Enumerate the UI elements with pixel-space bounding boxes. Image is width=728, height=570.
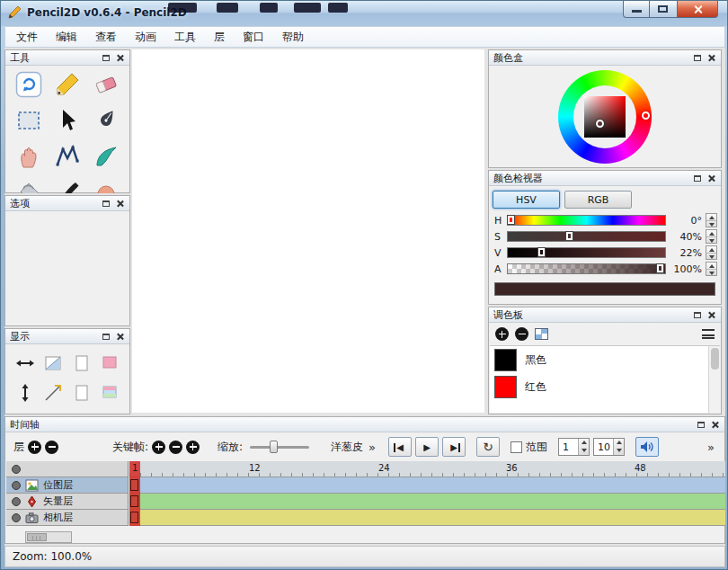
palette-titlebar[interactable]: 调色板 (489, 307, 721, 323)
tools-panel-titlebar[interactable]: 工具 (5, 50, 129, 66)
options-panel-titlebar[interactable]: 选项 (5, 196, 129, 211)
float-button[interactable] (100, 198, 112, 209)
eyedropper-tool-button[interactable] (92, 178, 120, 193)
select-tool-button[interactable] (14, 106, 43, 135)
range-start-spinner[interactable]: 1 (558, 438, 590, 456)
float-button[interactable] (100, 52, 112, 64)
spin-down-icon[interactable] (579, 447, 589, 455)
eraser-tool-button[interactable] (92, 70, 120, 99)
color-box-titlebar[interactable]: 颜色盒 (489, 50, 721, 66)
menu-layer[interactable]: 层 (205, 27, 234, 48)
display-panel-titlebar[interactable]: 显示 (5, 329, 129, 344)
add-layer-button[interactable] (28, 441, 41, 454)
keyframe-marker[interactable] (130, 512, 138, 523)
float-button[interactable] (100, 331, 112, 343)
sv-marker[interactable] (596, 120, 604, 128)
visibility-dot-icon[interactable] (12, 481, 21, 490)
title-bar[interactable]: Pencil2D v0.6.4 - Pencil2D (1, 1, 727, 26)
close-panel-button[interactable] (114, 198, 127, 209)
prev-frame-button[interactable]: ◀ (388, 437, 412, 457)
play-button[interactable]: ▶ (415, 437, 439, 457)
spin-down-icon[interactable] (706, 253, 716, 260)
visibility-dot-icon[interactable] (12, 497, 21, 506)
move-tool-button[interactable] (53, 106, 82, 135)
keyframe-marker[interactable] (130, 495, 138, 507)
swatch-grid-icon[interactable] (535, 328, 548, 340)
list-item[interactable]: 黑色 (490, 346, 720, 373)
sound-toggle-button[interactable] (635, 437, 659, 457)
float-button[interactable] (695, 419, 707, 431)
blank-layer-button[interactable] (71, 352, 93, 374)
menu-file[interactable]: 文件 (7, 27, 47, 48)
minimize-button[interactable] (623, 1, 650, 18)
color-wheel[interactable] (558, 70, 652, 164)
value-slider-handle[interactable] (538, 248, 545, 256)
range-end-spinner[interactable]: 10 (593, 438, 625, 456)
close-button[interactable] (677, 1, 718, 18)
hue-marker[interactable] (642, 111, 650, 120)
list-item[interactable]: 红色 (490, 373, 720, 400)
spin-up-icon[interactable] (614, 439, 624, 447)
multicolor-layer-button[interactable] (99, 382, 120, 404)
hand-tool-button[interactable] (14, 142, 43, 171)
pencil-tool-button[interactable] (53, 70, 82, 99)
palette-scrollbar[interactable] (708, 346, 720, 413)
smudge-tool-button[interactable] (92, 142, 120, 171)
onion-expand-chevron[interactable]: » (367, 441, 377, 454)
spin-down-icon[interactable] (614, 447, 624, 455)
add-keyframe-button[interactable] (152, 441, 165, 454)
spin-down-icon[interactable] (706, 220, 716, 227)
hue-slider[interactable] (507, 215, 666, 226)
remove-color-button[interactable] (515, 327, 528, 341)
flip-vertical-button[interactable] (14, 382, 36, 404)
next-frame-button[interactable]: ▶ (442, 437, 466, 457)
keyframe-marker[interactable] (130, 479, 138, 491)
hue-slider-handle[interactable] (508, 216, 514, 224)
close-panel-button[interactable] (706, 52, 718, 64)
layer-row-camera[interactable]: 相机层 (6, 510, 128, 526)
spin-down-icon[interactable] (706, 236, 716, 244)
color-inspector-titlebar[interactable]: 颜色检视器 (489, 171, 721, 186)
timeline-horizontal-scrollbar[interactable] (25, 531, 72, 543)
canvas[interactable] (132, 49, 484, 413)
scrollbar-thumb[interactable] (711, 348, 719, 370)
outline-diagonal-button[interactable] (42, 382, 64, 404)
tab-hsv[interactable]: HSV (493, 191, 560, 209)
pink-layer-button[interactable] (99, 352, 120, 374)
tab-rgb[interactable]: RGB (564, 191, 632, 209)
slider-handle[interactable] (270, 441, 278, 453)
color-swatch[interactable] (494, 349, 517, 371)
overlay-diagonal-button[interactable] (42, 352, 64, 374)
polyline-tool-button[interactable] (53, 142, 82, 171)
float-button[interactable] (691, 52, 704, 64)
timeline-titlebar[interactable]: 时间轴 (5, 417, 724, 432)
value-slider[interactable] (507, 247, 666, 258)
saturation-slider-handle[interactable] (566, 232, 573, 240)
saturation-slider[interactable] (507, 231, 666, 242)
float-button[interactable] (691, 173, 704, 184)
bucket-tool-button[interactable] (14, 178, 43, 193)
menu-animation[interactable]: 动画 (126, 27, 165, 48)
close-panel-button[interactable] (709, 419, 722, 431)
frame-track-area[interactable]: 1 12 24 36 48 (129, 461, 725, 526)
color-swatch[interactable] (494, 376, 517, 398)
menu-tools[interactable]: 工具 (165, 27, 205, 48)
duplicate-keyframe-button[interactable] (186, 441, 200, 454)
flip-horizontal-button[interactable] (14, 352, 36, 374)
spin-down-icon[interactable] (706, 269, 716, 276)
frame-ruler[interactable]: 1 12 24 36 48 (129, 461, 725, 477)
blank-layer2-button[interactable] (71, 382, 93, 404)
toolbar-overflow-chevron[interactable]: » (706, 441, 716, 454)
range-checkbox[interactable] (510, 441, 522, 453)
camera-track[interactable] (129, 510, 725, 526)
alpha-spinner[interactable] (706, 262, 717, 276)
saturation-spinner[interactable] (706, 229, 717, 244)
close-panel-button[interactable] (114, 331, 127, 343)
layer-row-bitmap[interactable]: 位图层 (6, 477, 128, 494)
hue-spinner[interactable] (706, 213, 717, 227)
hamburger-menu-icon[interactable] (702, 329, 715, 339)
add-color-button[interactable] (495, 327, 509, 341)
close-panel-button[interactable] (706, 173, 718, 184)
close-panel-button[interactable] (114, 52, 127, 64)
float-button[interactable] (691, 309, 704, 321)
